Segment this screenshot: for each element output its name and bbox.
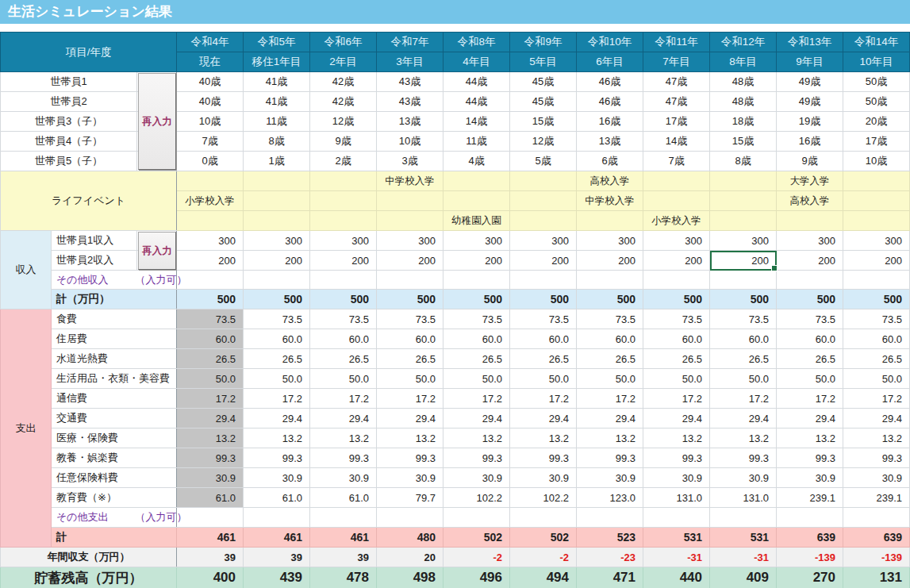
income-value-cell[interactable]: 300 <box>244 231 310 251</box>
expense-value-cell[interactable]: 131.0 <box>710 488 777 508</box>
expense-value-cell[interactable]: 30.9 <box>443 468 510 488</box>
life-event-cell[interactable]: 幼稚園入園 <box>443 211 510 231</box>
expense-value-cell[interactable]: 50.0 <box>710 369 777 389</box>
age-cell[interactable]: 14歳 <box>643 132 710 152</box>
expense-value-cell[interactable]: 60.0 <box>577 329 643 349</box>
other-expense-cell[interactable] <box>443 508 510 528</box>
expense-value-cell[interactable]: 50.0 <box>177 369 244 389</box>
expense-value-cell[interactable]: 73.5 <box>710 309 777 329</box>
age-cell[interactable]: 3歳 <box>377 152 443 171</box>
age-cell[interactable]: 41歳 <box>244 92 310 112</box>
expense-value-cell[interactable]: 30.9 <box>643 468 710 488</box>
life-event-cell[interactable] <box>443 191 510 211</box>
expense-value-cell[interactable]: 17.2 <box>843 389 910 409</box>
income-value-cell[interactable]: 300 <box>710 231 777 251</box>
expense-value-cell[interactable]: 26.5 <box>510 349 577 369</box>
expense-value-cell[interactable]: 60.0 <box>643 329 710 349</box>
expense-value-cell[interactable]: 60.0 <box>510 329 577 349</box>
expense-value-cell[interactable]: 50.0 <box>443 369 510 389</box>
age-cell[interactable]: 17歳 <box>643 112 710 132</box>
expense-value-cell[interactable]: 61.0 <box>177 488 244 508</box>
life-event-cell[interactable] <box>643 171 710 191</box>
income-value-cell[interactable]: 200 <box>244 251 310 271</box>
expense-value-cell[interactable]: 30.9 <box>577 468 643 488</box>
life-event-cell[interactable] <box>177 171 244 191</box>
expense-value-cell[interactable]: 30.9 <box>777 468 843 488</box>
expense-value-cell[interactable]: 30.9 <box>843 468 910 488</box>
expense-value-cell[interactable]: 29.4 <box>510 409 577 429</box>
expense-value-cell[interactable]: 99.3 <box>777 448 843 468</box>
expense-value-cell[interactable]: 17.2 <box>643 389 710 409</box>
income-value-cell[interactable] <box>777 271 843 290</box>
age-cell[interactable]: 12歳 <box>310 112 377 132</box>
expense-value-cell[interactable]: 60.0 <box>710 329 777 349</box>
expense-value-cell[interactable]: 17.2 <box>710 389 777 409</box>
age-cell[interactable]: 19歳 <box>777 112 843 132</box>
age-cell[interactable]: 12歳 <box>510 132 577 152</box>
expense-value-cell[interactable]: 13.2 <box>510 429 577 448</box>
income-value-cell[interactable]: 200 <box>843 251 910 271</box>
expense-value-cell[interactable]: 61.0 <box>310 488 377 508</box>
age-cell[interactable]: 14歳 <box>443 112 510 132</box>
expense-total-cell[interactable]: 531 <box>710 528 777 548</box>
age-cell[interactable]: 9歳 <box>777 152 843 171</box>
income-value-cell[interactable] <box>377 271 443 290</box>
expense-value-cell[interactable]: 29.4 <box>777 409 843 429</box>
annual-balance-cell[interactable]: -23 <box>577 548 643 567</box>
expense-value-cell[interactable]: 61.0 <box>244 488 310 508</box>
other-expense-cell[interactable] <box>777 508 843 528</box>
annual-balance-cell[interactable]: 39 <box>244 548 310 567</box>
expense-value-cell[interactable]: 99.3 <box>443 448 510 468</box>
income-value-cell[interactable] <box>510 271 577 290</box>
life-event-cell[interactable] <box>710 211 777 231</box>
income-value-cell[interactable]: 300 <box>643 231 710 251</box>
expense-value-cell[interactable]: 13.2 <box>710 429 777 448</box>
expense-value-cell[interactable]: 30.9 <box>177 468 244 488</box>
expense-total-cell[interactable]: 502 <box>443 528 510 548</box>
age-cell[interactable]: 18歳 <box>710 112 777 132</box>
annual-balance-cell[interactable]: 39 <box>177 548 244 567</box>
age-cell[interactable]: 11歳 <box>443 132 510 152</box>
expense-value-cell[interactable]: 50.0 <box>244 369 310 389</box>
expense-value-cell[interactable]: 30.9 <box>310 468 377 488</box>
age-cell[interactable]: 49歳 <box>777 92 843 112</box>
age-cell[interactable]: 10歳 <box>177 112 244 132</box>
annual-balance-cell[interactable]: -2 <box>510 548 577 567</box>
expense-value-cell[interactable]: 17.2 <box>377 389 443 409</box>
age-cell[interactable]: 48歳 <box>710 72 777 92</box>
reenter-income-button[interactable]: 再入力 <box>138 232 176 270</box>
age-cell[interactable]: 45歳 <box>510 92 577 112</box>
savings-cell[interactable]: 494 <box>510 567 577 588</box>
expense-value-cell[interactable]: 60.0 <box>310 329 377 349</box>
life-event-cell[interactable]: 中学校入学 <box>377 171 443 191</box>
expense-value-cell[interactable]: 99.3 <box>643 448 710 468</box>
income-total-cell[interactable]: 500 <box>244 290 310 309</box>
age-cell[interactable]: 46歳 <box>577 72 643 92</box>
expense-value-cell[interactable]: 17.2 <box>177 389 244 409</box>
expense-value-cell[interactable]: 17.2 <box>510 389 577 409</box>
income-value-cell[interactable]: 300 <box>843 231 910 251</box>
expense-value-cell[interactable]: 13.2 <box>377 429 443 448</box>
age-cell[interactable]: 42歳 <box>310 72 377 92</box>
life-event-cell[interactable] <box>377 191 443 211</box>
expense-value-cell[interactable]: 99.3 <box>177 448 244 468</box>
income-value-cell[interactable]: 200 <box>310 251 377 271</box>
life-event-cell[interactable] <box>577 211 643 231</box>
age-cell[interactable]: 42歳 <box>310 92 377 112</box>
expense-value-cell[interactable]: 29.4 <box>244 409 310 429</box>
life-event-cell[interactable] <box>710 171 777 191</box>
other-expense-cell[interactable] <box>244 508 310 528</box>
expense-value-cell[interactable]: 30.9 <box>244 468 310 488</box>
life-event-cell[interactable]: 大学入学 <box>777 171 843 191</box>
expense-value-cell[interactable]: 13.2 <box>843 429 910 448</box>
other-expense-cell[interactable] <box>710 508 777 528</box>
income-value-cell[interactable] <box>577 271 643 290</box>
savings-cell[interactable]: 496 <box>443 567 510 588</box>
age-cell[interactable]: 40歳 <box>177 72 244 92</box>
age-cell[interactable]: 6歳 <box>577 152 643 171</box>
savings-cell[interactable]: 409 <box>710 567 777 588</box>
expense-value-cell[interactable]: 50.0 <box>577 369 643 389</box>
income-value-cell[interactable] <box>244 271 310 290</box>
expense-value-cell[interactable]: 50.0 <box>777 369 843 389</box>
other-expense-cell[interactable] <box>377 508 443 528</box>
